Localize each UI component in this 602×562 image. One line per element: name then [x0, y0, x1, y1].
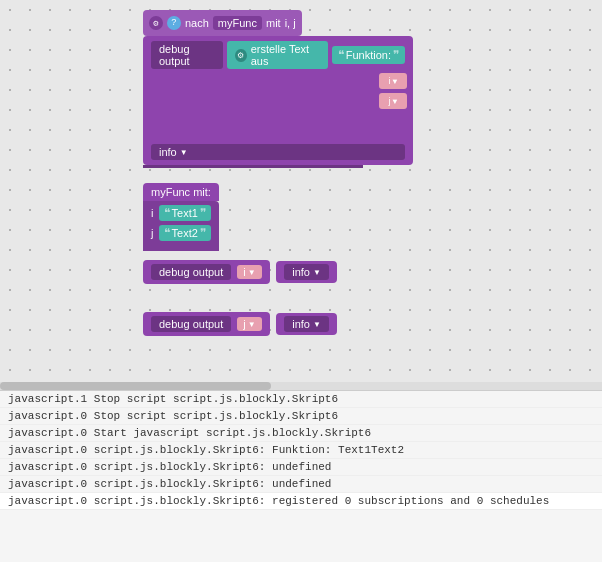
- param-j-value: ❝ Text2 ❞: [159, 225, 211, 241]
- debug-output-i-label: debug output: [151, 264, 231, 280]
- funktion-label: Funktion:: [346, 49, 391, 61]
- myfunc-header-label: myFunc mit:: [151, 186, 211, 198]
- info-label-top: info: [159, 146, 177, 158]
- i-arrow-icon: ▼: [393, 77, 398, 86]
- canvas-scrollbar-thumb[interactable]: [0, 382, 271, 390]
- info-dropdown-top[interactable]: info ▼: [151, 144, 405, 160]
- second-group: myFunc mit: i ❝ Text1 ❞ j ❝ Text2 ❞: [143, 183, 219, 251]
- param-j-row: j ❝ Text2 ❞: [151, 225, 211, 241]
- block-spacer: [151, 109, 405, 144]
- func-name-field[interactable]: myFunc: [213, 16, 262, 30]
- top-container-block: debug output ⚙ erstelle Text aus ❝ Funkt…: [143, 36, 413, 168]
- param-j-label: j: [151, 227, 153, 239]
- param-i-row: i ❝ Text1 ❞: [151, 205, 211, 221]
- question-icon[interactable]: ?: [167, 16, 181, 30]
- log-line-6: javascript.0 script.js.blockly.Skript6: …: [0, 476, 602, 493]
- log-line-3: javascript.0 Start javascript script.js.…: [0, 425, 602, 442]
- debug-j-var: j: [243, 318, 245, 330]
- log-line-4: javascript.0 script.js.blockly.Skript6: …: [0, 442, 602, 459]
- myfunc-header: myFunc mit:: [143, 183, 219, 201]
- i-connector-slot[interactable]: i ▼: [379, 73, 407, 89]
- log-text-4: javascript.0 script.js.blockly.Skript6: …: [8, 444, 404, 456]
- gear-icon[interactable]: ⚙: [149, 16, 163, 30]
- log-text-7: javascript.0 script.js.blockly.Skript6: …: [8, 495, 549, 507]
- log-text-3: javascript.0 Start javascript script.js.…: [8, 427, 371, 439]
- erstelle-gear-icon[interactable]: ⚙: [235, 49, 246, 62]
- info-i-label: info: [292, 266, 310, 278]
- close-quote: ❞: [393, 48, 399, 62]
- log-text-2: javascript.0 Stop script script.js.block…: [8, 410, 338, 422]
- params-label: i, j: [285, 17, 296, 29]
- info-j-label: info: [292, 318, 310, 330]
- log-line-1: javascript.1 Stop script script.js.block…: [0, 391, 602, 408]
- mit-label: mit: [266, 17, 281, 29]
- info-j-dropdown[interactable]: info ▼: [284, 316, 329, 332]
- nach-label: nach: [185, 17, 209, 29]
- debug-row-top: debug output ⚙ erstelle Text aus ❝ Funkt…: [151, 41, 405, 69]
- canvas-scrollbar[interactable]: [0, 382, 602, 390]
- log-line-5: javascript.0 script.js.blockly.Skript6: …: [0, 459, 602, 476]
- info-i-arrow: ▼: [313, 268, 321, 277]
- debug-i-container: debug output i ▼ info ▼: [143, 258, 337, 284]
- debug-j-slot[interactable]: j ▼: [237, 317, 261, 331]
- info-j-container: info ▼: [276, 313, 337, 335]
- debug-output-label-top: debug output: [151, 41, 223, 69]
- info-j-dropdown-arrow: ▼: [313, 320, 321, 329]
- nach-block: ⚙ ? nach myFunc mit i, j: [143, 10, 302, 36]
- param-i-label: i: [151, 207, 153, 219]
- log-line-2: javascript.0 Stop script script.js.block…: [0, 408, 602, 425]
- canvas-area: ⚙ ? nach myFunc mit i, j debug output ⚙ …: [0, 0, 602, 390]
- log-panel: javascript.1 Stop script script.js.block…: [0, 390, 602, 562]
- myfunc-body: i ❝ Text1 ❞ j ❝ Text2 ❞: [143, 201, 219, 251]
- debug-j-arrow: ▼: [248, 320, 256, 329]
- debug-i-slot[interactable]: i ▼: [237, 265, 261, 279]
- open-quote: ❝: [338, 48, 344, 62]
- debug-output-j-label: debug output: [151, 316, 231, 332]
- info-i-dropdown[interactable]: info ▼: [284, 264, 329, 280]
- debug-i-var: i: [243, 266, 245, 278]
- j-slot-label: j: [389, 96, 391, 106]
- log-text-5: javascript.0 script.js.blockly.Skript6: …: [8, 461, 331, 473]
- j-connector-slot[interactable]: j ▼: [379, 93, 407, 109]
- debug-j-container: debug output j ▼ info ▼: [143, 310, 337, 336]
- debug-i-arrow: ▼: [248, 268, 256, 277]
- log-text-1: javascript.1 Stop script script.js.block…: [8, 393, 338, 405]
- param-i-value: ❝ Text1 ❞: [159, 205, 211, 221]
- erstelle-block: ⚙ erstelle Text aus: [227, 41, 327, 69]
- connector-line-top: [143, 165, 363, 168]
- text1-label: Text1: [172, 207, 198, 219]
- i-slot-label: i: [389, 76, 391, 86]
- info-i-container: info ▼: [276, 261, 337, 283]
- erstelle-label: erstelle Text aus: [251, 43, 320, 67]
- log-line-7: javascript.0 script.js.blockly.Skript6: …: [0, 493, 602, 510]
- funktion-string-block: ❝ Funktion: ❞: [332, 46, 405, 64]
- info-dropdown-arrow-top: ▼: [180, 148, 188, 157]
- text2-label: Text2: [172, 227, 198, 239]
- log-text-6: javascript.0 script.js.blockly.Skript6: …: [8, 478, 331, 490]
- j-arrow-icon: ▼: [393, 97, 398, 106]
